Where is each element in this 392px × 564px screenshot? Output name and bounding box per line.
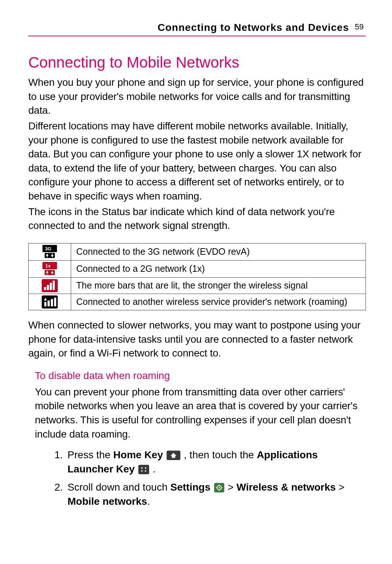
steps-list: Press the Home Key , then touch the Appl… xyxy=(28,448,366,508)
svg-text:3G: 3G xyxy=(45,246,51,251)
step-2: Scroll down and touch Settings > Wireles… xyxy=(68,480,366,508)
step-text: > xyxy=(336,482,344,493)
post-table-paragraph: When connected to slower networks, you m… xyxy=(28,318,366,360)
svg-rect-8 xyxy=(47,285,49,290)
svg-text:1x: 1x xyxy=(45,263,51,269)
step-text: > xyxy=(225,482,237,493)
intro-paragraph-2: Different locations may have different m… xyxy=(28,119,366,204)
svg-rect-14 xyxy=(48,301,50,306)
table-row: Connected to another wireless service pr… xyxy=(29,294,366,310)
mobile-networks-label: Mobile networks xyxy=(68,496,147,507)
intro-paragraph-1: When you buy your phone and sign up for … xyxy=(28,76,366,118)
svg-point-20 xyxy=(145,467,146,469)
svg-point-21 xyxy=(141,470,143,472)
manual-page: Connecting to Networks and Devices 59 Co… xyxy=(0,0,392,564)
svg-point-19 xyxy=(141,467,143,469)
home-key-label: Home Key xyxy=(113,449,163,460)
svg-point-25 xyxy=(219,487,220,488)
wireless-networks-label: Wireless & networks xyxy=(236,482,336,493)
1x-icon: 1x xyxy=(30,262,69,276)
svg-rect-7 xyxy=(44,287,46,290)
signal-icon xyxy=(30,279,69,292)
icon-cell: 3G xyxy=(29,243,71,260)
running-header: Connecting to Networks and Devices 59 xyxy=(28,22,366,36)
intro-paragraph-3: The icons in the Status bar indicate whi… xyxy=(28,205,366,233)
svg-rect-18 xyxy=(138,465,149,474)
status-icon-table: 3G Connected to the 3G network (EVDO rev… xyxy=(28,243,366,310)
icon-description: Connected to another wireless service pr… xyxy=(71,294,366,310)
icon-description: Connected to the 3G network (EVDO revA) xyxy=(71,243,366,260)
section-heading: Connecting to Mobile Networks xyxy=(28,54,366,71)
subsection-heading: To disable data when roaming xyxy=(35,370,366,382)
chapter-title: Connecting to Networks and Devices xyxy=(158,22,349,33)
icon-cell: 1x xyxy=(29,260,71,277)
icon-cell xyxy=(29,277,71,294)
step-text: , then touch the xyxy=(181,449,257,460)
svg-rect-15 xyxy=(51,299,53,306)
icon-description: Connected to a 2G network (1x) xyxy=(71,260,366,277)
svg-rect-13 xyxy=(44,302,46,306)
table-row: The more bars that are lit, the stronger… xyxy=(29,277,366,294)
subsection-paragraph: You can prevent your phone from transmit… xyxy=(35,385,366,442)
table-row: 1x Connected to a 2G network (1x) xyxy=(29,260,366,277)
roaming-icon xyxy=(30,295,69,309)
step-text: . xyxy=(150,463,156,475)
svg-point-22 xyxy=(145,470,146,472)
step-text: Press the xyxy=(68,449,113,460)
step-text: Scroll down and touch xyxy=(68,482,170,493)
icon-cell xyxy=(29,294,71,310)
apps-launcher-key-icon xyxy=(138,465,149,474)
step-text: . xyxy=(147,496,150,507)
svg-rect-16 xyxy=(54,298,56,306)
step-1: Press the Home Key , then touch the Appl… xyxy=(68,448,366,476)
svg-rect-9 xyxy=(50,283,52,290)
home-key-icon xyxy=(167,451,180,460)
table-row: 3G Connected to the 3G network (EVDO rev… xyxy=(29,243,366,260)
icon-description: The more bars that are lit, the stronger… xyxy=(71,277,366,294)
page-number: 59 xyxy=(355,22,364,32)
settings-icon xyxy=(214,483,224,492)
3g-icon: 3G xyxy=(30,245,69,259)
svg-rect-10 xyxy=(53,281,55,290)
settings-label: Settings xyxy=(170,482,210,493)
